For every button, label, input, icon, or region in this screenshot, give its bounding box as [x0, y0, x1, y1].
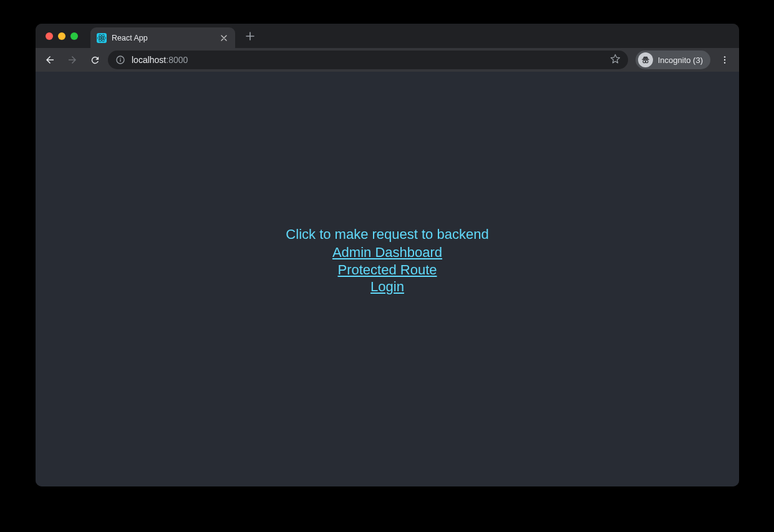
incognito-badge[interactable]: Incognito (3)	[636, 51, 710, 69]
close-window-button[interactable]	[46, 32, 53, 40]
page-heading: Click to make request to backend	[286, 226, 488, 243]
link-admin-dashboard[interactable]: Admin Dashboard	[286, 244, 488, 261]
back-button[interactable]	[41, 51, 59, 69]
incognito-label: Incognito (3)	[658, 56, 703, 65]
forward-button[interactable]	[63, 51, 82, 69]
page-viewport: Click to make request to backend Admin D…	[36, 72, 739, 486]
svg-point-10	[724, 56, 725, 57]
url-port: :8000	[166, 55, 188, 65]
browser-menu-button[interactable]	[715, 51, 734, 69]
svg-rect-5	[120, 59, 120, 62]
svg-rect-7	[642, 59, 649, 60]
address-bar[interactable]: localhost:8000	[108, 51, 628, 69]
svg-point-0	[101, 37, 102, 38]
new-tab-button[interactable]	[241, 27, 259, 45]
maximize-window-button[interactable]	[70, 32, 78, 40]
svg-point-12	[724, 62, 725, 63]
url-text: localhost:8000	[132, 55, 188, 65]
page-content: Click to make request to backend Admin D…	[286, 226, 488, 296]
url-host: localhost	[132, 55, 166, 65]
svg-point-11	[724, 59, 725, 60]
bookmark-icon[interactable]	[610, 54, 621, 67]
reload-button[interactable]	[85, 51, 104, 69]
svg-point-9	[646, 60, 648, 63]
browser-toolbar: localhost:8000 Incognito (3)	[36, 48, 739, 72]
link-protected-route[interactable]: Protected Route	[286, 261, 488, 279]
tab-title: React App	[112, 34, 214, 42]
react-icon	[97, 33, 107, 43]
browser-window: React App localhost:8000	[36, 24, 739, 486]
window-controls	[42, 32, 82, 40]
minimize-window-button[interactable]	[58, 32, 65, 40]
link-login[interactable]: Login	[286, 278, 488, 296]
browser-tab[interactable]: React App	[90, 27, 235, 48]
site-info-icon[interactable]	[115, 55, 125, 65]
svg-rect-6	[120, 58, 120, 59]
close-tab-button[interactable]	[219, 33, 229, 43]
tab-strip: React App	[36, 24, 739, 48]
incognito-icon	[638, 52, 653, 67]
